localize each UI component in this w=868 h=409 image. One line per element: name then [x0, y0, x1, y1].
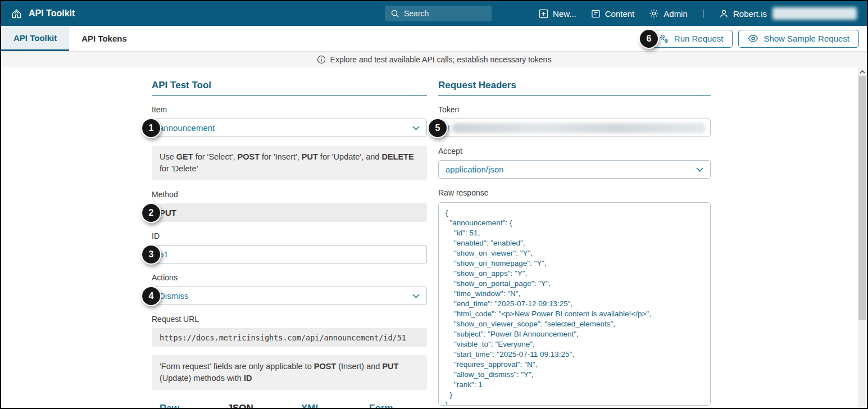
form-request-note: 'Form request' fields are only applicabl… — [152, 355, 427, 390]
token-redacted — [452, 123, 706, 133]
method-value: PUT — [160, 208, 176, 217]
vertical-scrollbar[interactable] — [858, 67, 867, 408]
admin-menu[interactable]: Admin — [649, 8, 688, 19]
method-label: Method — [152, 190, 427, 199]
app-title: API Toolkit — [29, 8, 75, 19]
raw-response-textarea[interactable]: { "announcement": { "id": 51, "enabled":… — [438, 202, 711, 406]
search-label: Search — [404, 9, 429, 18]
navbar-divider: | — [702, 8, 705, 19]
plus-square-icon — [539, 9, 548, 19]
chevron-down-icon — [696, 167, 703, 172]
eye-icon — [748, 34, 758, 43]
actions-select-value: Dismiss — [159, 291, 189, 301]
raw-request-tab[interactable]: Raw request — [160, 403, 213, 409]
main-content: API Test Tool Item 1 announcement Use GE… — [1, 67, 858, 408]
step-badge-4: 4 — [141, 286, 161, 306]
tab-api-toolkit[interactable]: API Toolkit — [1, 26, 69, 51]
method-value-box: PUT — [152, 203, 427, 222]
scrollbar-thumb[interactable] — [858, 76, 866, 320]
request-headers-heading: Request Headers — [438, 80, 711, 96]
top-navbar: API Toolkit Search New... Content — [1, 1, 867, 26]
request-url-box: https://docs.metricinsights.com/api/anno… — [152, 328, 427, 347]
request-url-label: Request URL — [152, 315, 427, 324]
show-sample-request-button[interactable]: Show Sample Request — [738, 30, 859, 48]
id-label: ID — [152, 231, 427, 240]
raw-response-label: Raw response — [438, 188, 711, 197]
content-menu[interactable]: Content — [591, 9, 635, 19]
step-badge-2: 2 — [141, 203, 161, 223]
id-input[interactable]: 51 — [152, 245, 427, 263]
show-sample-request-label: Show Sample Request — [764, 34, 849, 43]
gear-icon — [649, 8, 659, 19]
step-badge-1: 1 — [141, 118, 161, 138]
xml-request-tab[interactable]: XML request — [301, 403, 355, 409]
chevron-down-icon — [412, 126, 420, 130]
accept-select-value: application/json — [446, 165, 503, 174]
scroll-up-arrow-icon[interactable] — [858, 67, 867, 76]
info-bar: Explore and test available API calls; es… — [1, 52, 867, 67]
admin-menu-label: Admin — [664, 9, 688, 19]
step-badge-5: 5 — [428, 118, 448, 138]
user-menu[interactable]: Robert.is — [719, 7, 857, 20]
user-name-redacted — [772, 7, 857, 20]
page-tabbar: API Toolkit API Tokens 6 Run Request — [1, 26, 867, 52]
chevron-down-icon — [412, 294, 420, 298]
api-test-tool-heading: API Test Tool — [152, 80, 427, 96]
item-select-value: announcement — [159, 123, 215, 133]
home-icon[interactable] — [11, 8, 22, 19]
navbar-menu: New... Content Admin | — [539, 7, 857, 20]
step-badge-6: 6 — [639, 29, 659, 49]
content-menu-label: Content — [605, 9, 635, 19]
global-search[interactable]: Search — [385, 6, 492, 21]
gears-icon — [658, 34, 669, 44]
api-toolkit-page: { "navbar": { "title": "API Toolkit", "s… — [0, 0, 868, 409]
json-request-tab[interactable]: JSON request — [228, 403, 288, 409]
search-icon — [390, 9, 399, 18]
app-brand[interactable]: API Toolkit — [11, 8, 75, 19]
run-request-label: Run Request — [674, 34, 724, 43]
tab-api-toolkit-label: API Toolkit — [13, 33, 57, 43]
token-input[interactable]: 7t — [438, 119, 711, 137]
api-test-tool-panel: API Test Tool Item 1 announcement Use GE… — [152, 67, 427, 409]
form-request-tab[interactable]: Form request — [369, 403, 427, 409]
method-hint: Use GET for 'Select', POST for 'Insert',… — [152, 146, 427, 180]
item-label: Item — [152, 105, 427, 114]
tab-api-tokens-label: API Tokens — [81, 34, 127, 43]
run-request-button[interactable]: 6 Run Request — [649, 30, 733, 48]
request-headers-panel: Request Headers Token 5 7t Accept applic… — [438, 67, 711, 406]
request-url-value: https://docs.metricinsights.com/api/anno… — [160, 333, 406, 342]
item-select[interactable]: announcement — [152, 119, 427, 137]
actions-select[interactable]: Dismiss — [152, 287, 427, 305]
accept-select[interactable]: application/json — [438, 160, 711, 179]
info-icon — [317, 55, 326, 64]
info-bar-text: Explore and test available API calls; es… — [330, 55, 552, 64]
step-badge-3: 3 — [141, 244, 161, 265]
user-name: Robert.is — [733, 9, 767, 19]
token-label: Token — [438, 105, 711, 114]
tabbar-actions: 6 Run Request Show Sample Request — [649, 26, 867, 51]
user-icon — [719, 9, 729, 19]
request-type-tabs: Raw request / JSON request / XML request… — [152, 403, 427, 409]
actions-label: Actions — [152, 273, 427, 282]
document-icon — [591, 9, 601, 19]
new-menu-label: New... — [553, 9, 576, 19]
tab-api-tokens[interactable]: API Tokens — [69, 26, 139, 51]
accept-label: Accept — [438, 147, 711, 156]
new-menu[interactable]: New... — [539, 9, 576, 19]
